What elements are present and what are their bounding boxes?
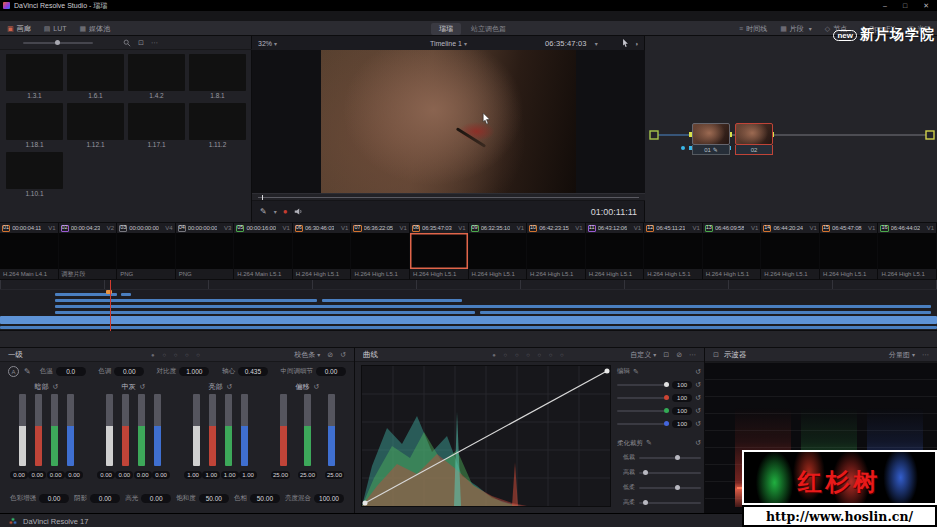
channel-slider[interactable] [617, 384, 669, 386]
bar-value[interactable]: 0.00 [152, 471, 170, 479]
toolbar-button-media-pool[interactable]: ▦ 媒体池 [79, 24, 110, 34]
bar-value[interactable]: 0.00 [115, 471, 133, 479]
blue-bar[interactable] [241, 394, 248, 466]
jog-bar[interactable] [252, 193, 645, 201]
bar-value[interactable]: 25.00 [298, 471, 317, 479]
channel-value[interactable]: 100 [672, 394, 692, 402]
mute-icon[interactable] [294, 207, 303, 216]
playhead[interactable] [110, 280, 111, 331]
green-bar[interactable] [51, 394, 58, 466]
parameter-value[interactable]: 0.00 [39, 494, 69, 503]
color-bars[interactable] [97, 392, 170, 468]
expand-icon[interactable]: ⊡ [663, 351, 669, 359]
scope-mode-select[interactable]: 分量图 [889, 350, 915, 360]
timeline-marker[interactable] [106, 290, 112, 294]
timeline-clip-thumbnail[interactable] [351, 233, 409, 269]
reset-icon[interactable]: ↺ [695, 420, 701, 428]
corrector-node-02[interactable]: 02 [735, 123, 773, 155]
timeline-clip[interactable]: 11 06:43:12:06 V1 H.264 High L5.1 [586, 223, 645, 279]
reset-icon[interactable]: ↺ [695, 368, 701, 376]
project-tab-secondary[interactable]: 站立调色篇 [471, 24, 506, 34]
blue-bar[interactable] [67, 394, 74, 466]
color-bars[interactable] [271, 392, 344, 468]
more-options-icon[interactable]: ⋯ [922, 351, 929, 359]
media-pool-clip[interactable]: 1.4.2 [128, 54, 185, 100]
viewer-zoom-select[interactable]: 32% [258, 40, 277, 47]
media-pool-clip-thumbnail[interactable] [6, 54, 63, 91]
expand-icon[interactable]: ⊡ [713, 351, 719, 359]
timeline-clip[interactable]: 01 00:00:04:11 V1 H.264 Main L4.1 [0, 223, 59, 279]
red-bar[interactable] [280, 394, 287, 466]
media-pool-clip-thumbnail[interactable] [189, 54, 246, 91]
thumbnail-size-slider[interactable] [23, 42, 93, 44]
timeline-clip-thumbnail[interactable] [234, 233, 292, 269]
channel-button[interactable] [653, 367, 662, 376]
media-pool-clip[interactable]: 1.3.1 [6, 54, 63, 100]
reset-icon[interactable]: ↺ [227, 383, 233, 391]
bar-value[interactable]: 25.00 [271, 471, 290, 479]
soft-clip-slider[interactable] [639, 472, 701, 474]
timeline-clip-thumbnail[interactable] [527, 233, 585, 269]
white-balance-picker-icon[interactable]: ✎ [24, 367, 31, 376]
soft-clip-slider[interactable] [639, 502, 701, 504]
channel-slider[interactable] [617, 397, 669, 399]
grab-still-icon[interactable]: ● [283, 207, 288, 216]
annotate-tool[interactable]: ✎ [260, 207, 266, 216]
eyedropper-icon[interactable]: ✎ [646, 439, 652, 447]
more-options-icon[interactable]: ⋯ [689, 351, 696, 359]
color-bars[interactable] [184, 392, 257, 468]
video-frame[interactable] [321, 50, 576, 193]
project-tab-active[interactable]: 瑞瑞 [431, 23, 461, 35]
soft-clip-slider[interactable] [639, 487, 701, 489]
parameter-value[interactable]: 0.0 [56, 367, 86, 376]
toolbar-button-timelines[interactable]: ≡ 时间线 [739, 24, 767, 34]
media-pool-clip[interactable]: 1.18.1 [6, 103, 63, 149]
bar-value[interactable]: 0.00 [28, 471, 46, 479]
maximize-button[interactable]: □ [903, 2, 907, 10]
reset-icon[interactable]: ↺ [53, 383, 59, 391]
timeline-clip-thumbnail[interactable] [0, 233, 58, 269]
bar-value[interactable]: 1.00 [202, 471, 220, 479]
auto-balance-icon[interactable]: A [8, 366, 19, 377]
timeline-clip[interactable]: 08 06:35:47:03 V1 H.264 High L5.1 [410, 223, 469, 279]
channel-button[interactable] [675, 367, 684, 376]
red-bar[interactable] [209, 394, 216, 466]
channel-button[interactable] [642, 367, 651, 376]
bar-value[interactable]: 1.00 [184, 471, 202, 479]
pointer-icon[interactable] [622, 39, 629, 47]
red-bar[interactable] [122, 394, 129, 466]
media-pool-clip-thumbnail[interactable] [128, 54, 185, 91]
parameter-value[interactable]: 100.00 [314, 494, 344, 503]
primary-tab[interactable]: 一级 [8, 350, 23, 360]
parameter-value[interactable]: 1.000 [179, 367, 209, 376]
timeline-clip[interactable]: 12 06:45:11:21 V1 H.264 High L5.1 [644, 223, 703, 279]
color-bars[interactable] [10, 392, 83, 468]
channel-button[interactable] [664, 367, 673, 376]
parameter-value[interactable]: 0.00 [316, 367, 346, 376]
timeline-clip-thumbnail[interactable] [586, 233, 644, 269]
channel-button[interactable] [666, 439, 675, 448]
timeline-clip-thumbnail[interactable] [703, 233, 761, 269]
search-icon[interactable] [123, 39, 131, 47]
timeline-clip-thumbnail[interactable] [59, 233, 117, 269]
parameter-value[interactable]: 0.00 [90, 494, 120, 503]
toolbar-button-clips[interactable]: ▦ 片段 [780, 24, 812, 34]
bars-mode-select[interactable]: 校色条 [294, 350, 320, 360]
channel-button[interactable] [677, 439, 686, 448]
channel-value[interactable]: 100 [672, 381, 692, 389]
timeline-clip[interactable]: 04 00:00:00:00 V3 PNG [176, 223, 235, 279]
reset-icon[interactable]: ↺ [140, 383, 146, 391]
parameter-value[interactable]: 0.00 [114, 367, 144, 376]
toolbar-button-gallery[interactable]: ▣ 画廊 [7, 24, 31, 34]
channel-value[interactable]: 100 [672, 407, 692, 415]
media-pool-clip-thumbnail[interactable] [189, 103, 246, 140]
timeline-clip-thumbnail[interactable] [878, 233, 936, 269]
reset-icon[interactable]: ↺ [340, 351, 346, 359]
blue-bar[interactable] [154, 394, 161, 466]
jog-wheel-icon[interactable]: ◗ [635, 40, 639, 47]
custom-curve-graph[interactable] [361, 365, 611, 507]
timeline-clip[interactable]: 15 06:45:47:08 V1 H.264 High L5.1 [820, 223, 879, 279]
timeline-clip[interactable]: 14 06:44:20:24 V1 H.264 High L5.1 [761, 223, 820, 279]
parameter-value[interactable]: 0.00 [141, 494, 171, 503]
bar-value[interactable]: 0.00 [65, 471, 83, 479]
